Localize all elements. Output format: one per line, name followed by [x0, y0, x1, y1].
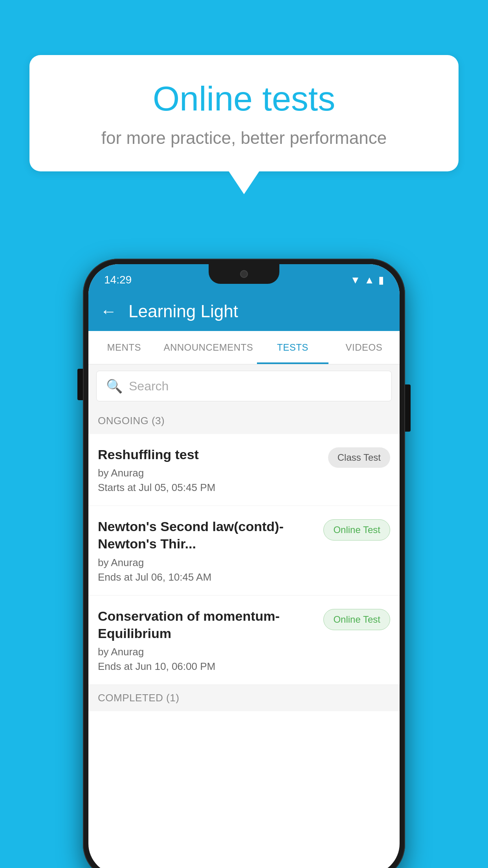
front-camera	[240, 270, 248, 278]
ongoing-section-header: ONGOING (3)	[88, 408, 400, 434]
speech-bubble-container: Online tests for more practice, better p…	[29, 55, 459, 194]
test-info-2: Newton's Second law(contd)-Newton's Thir…	[98, 518, 323, 583]
test-time-3: Ends at Jun 10, 06:00 PM	[98, 660, 316, 673]
app-bar: ← Learning Light	[88, 292, 400, 331]
test-author-3: by Anurag	[98, 646, 316, 658]
phone-notch	[209, 264, 279, 284]
test-info-3: Conservation of momentum-Equilibrium by …	[98, 607, 323, 673]
speech-bubble-tail	[228, 171, 260, 194]
test-author-2: by Anurag	[98, 557, 316, 569]
status-time: 14:29	[104, 274, 132, 286]
speech-bubble: Online tests for more practice, better p…	[29, 55, 459, 171]
tab-tests[interactable]: TESTS	[257, 331, 328, 364]
test-name-2: Newton's Second law(contd)-Newton's Thir…	[98, 518, 316, 552]
tests-list: Reshuffling test by Anurag Starts at Jul…	[88, 434, 400, 685]
status-icons: ▼ ▲ ▮	[350, 274, 384, 286]
test-name-1: Reshuffling test	[98, 446, 320, 463]
speech-bubble-title: Online tests	[61, 79, 427, 119]
test-name-3: Conservation of momentum-Equilibrium	[98, 607, 316, 642]
test-badge-3: Online Test	[323, 609, 390, 630]
tabs-container: MENTS ANNOUNCEMENTS TESTS VIDEOS	[88, 331, 400, 364]
tab-videos[interactable]: VIDEOS	[328, 331, 400, 364]
search-icon: 🔍	[106, 378, 123, 394]
ongoing-label: ONGOING (3)	[98, 415, 165, 427]
search-bar[interactable]: 🔍 Search	[96, 371, 392, 401]
completed-label: COMPLETED (1)	[98, 692, 179, 704]
test-author-1: by Anurag	[98, 467, 320, 479]
test-time-2: Ends at Jul 06, 10:45 AM	[98, 571, 316, 583]
search-container: 🔍 Search	[88, 364, 400, 408]
speech-bubble-subtitle: for more practice, better performance	[61, 128, 427, 148]
battery-icon: ▮	[378, 274, 384, 286]
test-item-2[interactable]: Newton's Second law(contd)-Newton's Thir…	[88, 506, 400, 595]
completed-section-header: COMPLETED (1)	[88, 685, 400, 711]
test-info-1: Reshuffling test by Anurag Starts at Jul…	[98, 446, 328, 494]
tab-announcements[interactable]: ANNOUNCEMENTS	[160, 331, 257, 364]
phone-outer: 14:29 ▼ ▲ ▮ ← Learning Light MENTS ANNOU…	[83, 259, 405, 868]
test-badge-1: Class Test	[328, 447, 390, 468]
app-title: Learning Light	[128, 302, 238, 321]
signal-icon: ▲	[364, 274, 374, 286]
test-badge-2: Online Test	[323, 519, 390, 541]
test-time-1: Starts at Jul 05, 05:45 PM	[98, 482, 320, 494]
search-placeholder: Search	[129, 379, 169, 394]
tab-ments[interactable]: MENTS	[88, 331, 160, 364]
back-button[interactable]: ←	[100, 302, 117, 321]
test-item-1[interactable]: Reshuffling test by Anurag Starts at Jul…	[88, 434, 400, 506]
phone-inner: 14:29 ▼ ▲ ▮ ← Learning Light MENTS ANNOU…	[88, 264, 400, 868]
test-item-3[interactable]: Conservation of momentum-Equilibrium by …	[88, 596, 400, 685]
phone-mockup: 14:29 ▼ ▲ ▮ ← Learning Light MENTS ANNOU…	[83, 259, 405, 868]
wifi-icon: ▼	[350, 274, 361, 286]
